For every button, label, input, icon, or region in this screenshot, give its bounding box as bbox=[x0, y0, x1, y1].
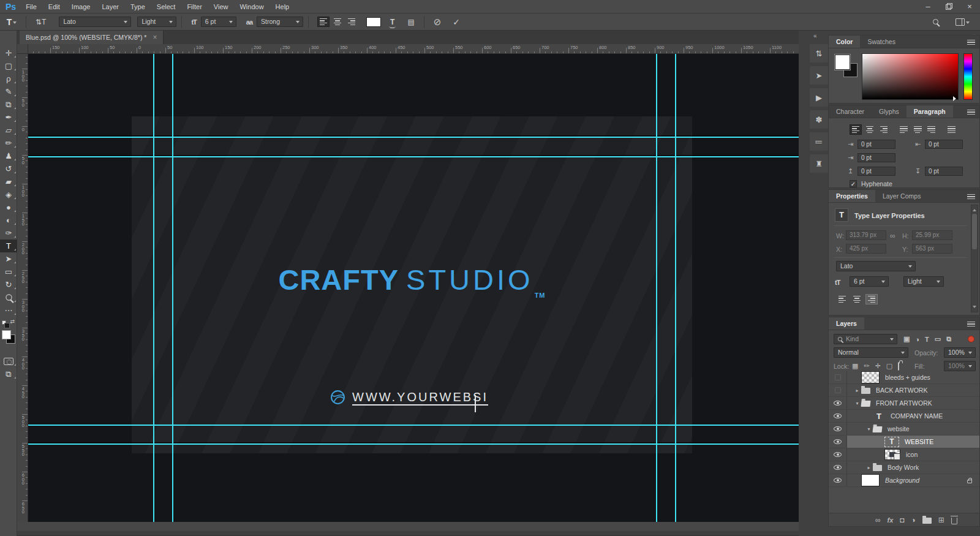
blend-mode-select[interactable]: Normal bbox=[834, 347, 908, 358]
restore-button[interactable] bbox=[938, 0, 959, 13]
guide-horizontal[interactable] bbox=[28, 137, 799, 138]
menu-filter[interactable]: Filter bbox=[187, 3, 202, 10]
panel-icon-brushes[interactable]: ✽ bbox=[810, 110, 828, 129]
align-right-button[interactable] bbox=[865, 294, 878, 304]
lock-all-icon[interactable] bbox=[898, 363, 899, 370]
visibility-toggle[interactable] bbox=[829, 436, 847, 448]
menu-layer[interactable]: Layer bbox=[102, 3, 119, 10]
tab-paragraph[interactable]: Paragraph bbox=[907, 105, 953, 118]
cancel-edit-icon[interactable]: ⊘ bbox=[434, 17, 442, 28]
layer-row-company-name[interactable]: TCOMPANY NAME bbox=[829, 410, 979, 423]
tab-properties[interactable]: Properties bbox=[829, 190, 875, 202]
path-selection-tool[interactable]: ➤ bbox=[0, 252, 17, 265]
default-colors-icon[interactable] bbox=[2, 320, 6, 325]
panel-menu-icon[interactable] bbox=[967, 194, 975, 199]
vertical-ruler[interactable]: 1 0 05 005 01 0 01 5 02 0 02 5 03 0 03 5… bbox=[17, 54, 28, 522]
warp-text-icon[interactable]: T bbox=[390, 18, 394, 26]
panel-menu-icon[interactable] bbox=[967, 322, 975, 327]
visibility-toggle[interactable] bbox=[829, 397, 847, 409]
filter-pixel-layers-icon[interactable]: ▣ bbox=[903, 335, 910, 343]
menu-type[interactable]: Type bbox=[130, 3, 145, 10]
width-field[interactable]: 313.79 px bbox=[846, 230, 886, 240]
font-style-select[interactable]: Light bbox=[137, 17, 176, 27]
delete-layer-button[interactable] bbox=[951, 516, 957, 524]
align-left-button[interactable] bbox=[836, 294, 848, 304]
eraser-tool[interactable]: ▰ bbox=[0, 175, 17, 188]
guide-vertical[interactable] bbox=[153, 54, 154, 522]
fill-field[interactable]: 100% bbox=[944, 361, 976, 371]
layer-row-website[interactable]: TWEBSITE bbox=[829, 436, 979, 448]
lock-position-icon[interactable]: ✛ bbox=[875, 362, 881, 370]
color-picker-marker[interactable] bbox=[863, 55, 867, 59]
layer-row-front-artwork[interactable]: ▾FRONT ARTWORK bbox=[829, 397, 979, 410]
align-jcenter-button[interactable] bbox=[911, 124, 924, 135]
align-right-button[interactable] bbox=[878, 124, 890, 135]
close-button[interactable]: × bbox=[959, 0, 980, 13]
lock-artboard-icon[interactable]: ▢ bbox=[886, 362, 892, 370]
panel-icon-actions[interactable]: ▶ bbox=[810, 88, 828, 107]
align-jright-button[interactable] bbox=[925, 124, 938, 135]
visibility-toggle[interactable] bbox=[829, 410, 847, 422]
visibility-toggle[interactable] bbox=[829, 448, 847, 461]
pen-tool[interactable]: ✑ bbox=[0, 227, 17, 240]
space-before-field[interactable]: ↥ 0 pt bbox=[846, 167, 895, 176]
healing-brush-tool[interactable]: ▱ bbox=[0, 124, 17, 137]
align-left-button[interactable] bbox=[317, 17, 330, 27]
layer-row-back-artwork[interactable]: ▸BACK ARTWORK bbox=[829, 384, 979, 397]
font-size-select[interactable]: 6 pt bbox=[201, 17, 236, 27]
clone-stamp-tool[interactable]: ♟ bbox=[0, 149, 17, 162]
tab-color[interactable]: Color bbox=[829, 36, 860, 48]
quick-mask-icon[interactable] bbox=[0, 355, 17, 368]
menu-image[interactable]: Image bbox=[72, 3, 91, 10]
panel-icon-history[interactable]: ⇅ bbox=[810, 44, 828, 62]
menu-window[interactable]: Window bbox=[239, 3, 263, 10]
text-orientation-icon[interactable]: ⇅T bbox=[36, 18, 46, 26]
guide-horizontal[interactable] bbox=[28, 444, 799, 445]
panel-icon-character-styles[interactable]: ♜ bbox=[810, 154, 828, 173]
tab-close-icon[interactable]: × bbox=[153, 33, 157, 42]
y-field[interactable]: 563 px bbox=[912, 244, 952, 254]
blur-tool[interactable]: ● bbox=[0, 201, 17, 214]
foreground-color-swatch[interactable] bbox=[835, 55, 850, 70]
commit-edit-icon[interactable]: ✓ bbox=[453, 17, 460, 27]
opacity-field[interactable]: 100% bbox=[944, 347, 976, 358]
link-dimensions-icon[interactable]: ∞ bbox=[890, 232, 895, 240]
ruler-corner[interactable] bbox=[17, 44, 28, 54]
layer-row-bleeds-guides[interactable]: bleeds + guides bbox=[829, 371, 979, 384]
eyedropper-tool[interactable]: ✒ bbox=[0, 111, 17, 124]
scrollbar[interactable] bbox=[971, 205, 978, 312]
horizontal-ruler[interactable]: 1501005005010015020025030035040045050055… bbox=[28, 44, 799, 54]
panel-menu-icon[interactable] bbox=[967, 40, 975, 45]
hue-slider[interactable] bbox=[963, 53, 973, 100]
layer-style-button[interactable]: fx bbox=[888, 516, 894, 524]
guide-vertical[interactable] bbox=[675, 54, 676, 522]
font-family-select[interactable]: Lato bbox=[59, 17, 131, 27]
expand-toggle-icon[interactable]: ▾ bbox=[865, 426, 873, 432]
expand-toggle-icon[interactable]: ▸ bbox=[865, 465, 873, 470]
layer-filter-select[interactable]: Kind bbox=[834, 334, 897, 344]
properties-font-family-select[interactable]: Lato bbox=[836, 261, 916, 271]
layer-row-background[interactable]: Background bbox=[829, 474, 979, 487]
layer-row-website[interactable]: ▾website bbox=[829, 423, 979, 436]
lock-transparency-icon[interactable]: ▦ bbox=[852, 362, 858, 370]
lasso-tool[interactable]: ρ bbox=[0, 72, 17, 85]
visibility-toggle[interactable] bbox=[829, 371, 847, 383]
menu-select[interactable]: Select bbox=[157, 3, 176, 10]
visibility-toggle[interactable] bbox=[829, 384, 847, 396]
tab-swatches[interactable]: Swatches bbox=[860, 36, 903, 48]
layer-row-body-work[interactable]: ▸Body Work bbox=[829, 461, 979, 474]
filter-toggle-icon[interactable] bbox=[968, 336, 974, 342]
tab-layers[interactable]: Layers bbox=[829, 317, 864, 330]
dodge-tool[interactable]: ◐ bbox=[0, 214, 17, 227]
space-after-field[interactable]: ↧ 0 pt bbox=[913, 167, 963, 176]
search-icon[interactable] bbox=[933, 19, 938, 25]
minimize-button[interactable]: – bbox=[918, 0, 938, 13]
expand-toggle-icon[interactable]: ▸ bbox=[853, 388, 861, 393]
color-gradient-field[interactable] bbox=[862, 53, 959, 100]
canvas-viewport[interactable]: CRAFTYSTUDIOTM WWW.YOURWEBSI bbox=[28, 54, 799, 522]
tab-glyphs[interactable]: Glyphs bbox=[872, 105, 907, 118]
history-brush-tool[interactable]: ↺ bbox=[0, 162, 17, 175]
anti-alias-select[interactable]: Strong bbox=[257, 17, 303, 27]
align-center-button[interactable] bbox=[331, 17, 344, 27]
menu-help[interactable]: Help bbox=[276, 3, 290, 10]
